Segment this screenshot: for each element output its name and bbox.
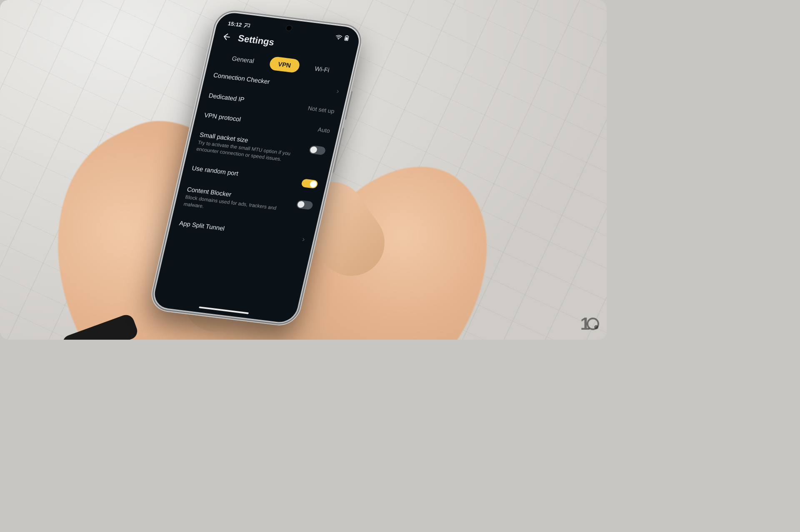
- value-dedicated-ip: Not set up: [308, 105, 335, 114]
- tab-vpn[interactable]: VPN: [268, 56, 301, 73]
- row-dedicated-ip[interactable]: Dedicated IP Not set up: [208, 92, 335, 114]
- row-split-tunnel[interactable]: App Split Tunnel ›: [178, 219, 306, 243]
- wifi-icon: [335, 34, 343, 40]
- row-vpn-protocol[interactable]: VPN protocol Auto: [203, 111, 331, 134]
- settings-list: Connection Checker › Dedicated IP Not se…: [170, 70, 348, 244]
- chevron-right-icon: ›: [336, 87, 340, 95]
- label-vpn-protocol: VPN protocol: [204, 111, 312, 131]
- watermark-logo: 1: [580, 314, 599, 334]
- back-arrow-icon: [221, 32, 231, 41]
- svg-rect-3: [345, 37, 348, 40]
- toggle-content-blocker[interactable]: [296, 200, 313, 210]
- battery-icon: [344, 35, 349, 41]
- status-time: 15:12: [228, 20, 242, 28]
- label-random-port: Use random port: [191, 164, 296, 184]
- svg-point-0: [338, 39, 339, 40]
- gesture-nav-bar[interactable]: [199, 306, 249, 314]
- photo-viewport: 15:12: [0, 0, 607, 340]
- toggle-small-packet[interactable]: [309, 145, 326, 155]
- row-random-port: Use random port: [191, 164, 319, 189]
- row-content-blocker: Content Blocker Block domains used for a…: [183, 186, 314, 222]
- row-small-packet: Small packet size Try to activate the sm…: [196, 131, 327, 167]
- tab-general[interactable]: General: [222, 50, 264, 69]
- chevron-right-icon: ›: [302, 235, 306, 243]
- cast-icon: [244, 23, 251, 28]
- value-vpn-protocol: Auto: [317, 126, 330, 134]
- back-button[interactable]: [221, 32, 232, 42]
- page-title: Settings: [237, 33, 275, 48]
- label-dedicated-ip: Dedicated IP: [208, 92, 302, 110]
- watermark-circle-icon: [587, 318, 599, 330]
- toggle-random-port[interactable]: [301, 179, 318, 189]
- tab-wifi[interactable]: Wi-Fi: [305, 61, 339, 78]
- label-split-tunnel: App Split Tunnel: [179, 219, 297, 241]
